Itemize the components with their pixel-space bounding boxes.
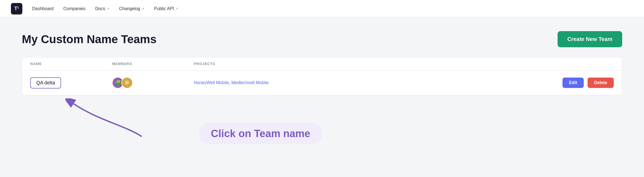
team-name-cell: QA delta	[30, 77, 112, 88]
nav-changelog[interactable]: Changelog ↗	[119, 6, 144, 11]
logo-text: T¹	[14, 6, 19, 11]
main-content: My Custom Name Teams Create New Team NAM…	[0, 17, 644, 167]
page-title: My Custom Name Teams	[22, 33, 157, 46]
nav-docs[interactable]: Docs ↗	[95, 6, 109, 11]
click-on-team-name-hint: Click on Team name	[199, 123, 322, 144]
edit-button[interactable]: Edit	[562, 78, 584, 88]
col-header-name: NAME	[30, 62, 112, 66]
teams-table: NAME MEMBERS PROJECTS QA delta 🧩 D Honey…	[22, 57, 622, 96]
projects-cell[interactable]: HoneyWell Mobile, Medtechsell Mobile	[194, 80, 562, 85]
col-header-projects: PROJECTS	[194, 62, 614, 66]
actions-cell: Edit Delete	[562, 78, 614, 88]
member-avatar-d: D	[121, 77, 133, 88]
col-header-members: MEMBERS	[112, 62, 194, 66]
nav-public-api[interactable]: Public API ↗	[154, 6, 178, 11]
nav-companies[interactable]: Companies	[63, 6, 85, 11]
navbar: T¹ Dashboard Companies Docs ↗ Changelog …	[0, 0, 644, 17]
logo[interactable]: T¹	[11, 3, 22, 14]
table-header: NAME MEMBERS PROJECTS	[22, 57, 622, 70]
annotation-area: Click on Team name	[22, 98, 622, 153]
annotation-arrow	[65, 98, 153, 142]
nav-dashboard[interactable]: Dashboard	[32, 6, 53, 11]
team-name-link[interactable]: QA delta	[30, 77, 61, 88]
external-link-icon: ↗	[142, 7, 144, 11]
external-link-icon: ↗	[107, 7, 109, 11]
create-new-team-button[interactable]: Create New Team	[558, 31, 622, 47]
external-link-icon: ↗	[175, 7, 178, 11]
table-row: QA delta 🧩 D HoneyWell Mobile, Medtechse…	[22, 70, 622, 95]
members-cell: 🧩 D	[112, 77, 194, 88]
delete-button[interactable]: Delete	[588, 78, 614, 88]
page-header: My Custom Name Teams Create New Team	[22, 31, 622, 47]
